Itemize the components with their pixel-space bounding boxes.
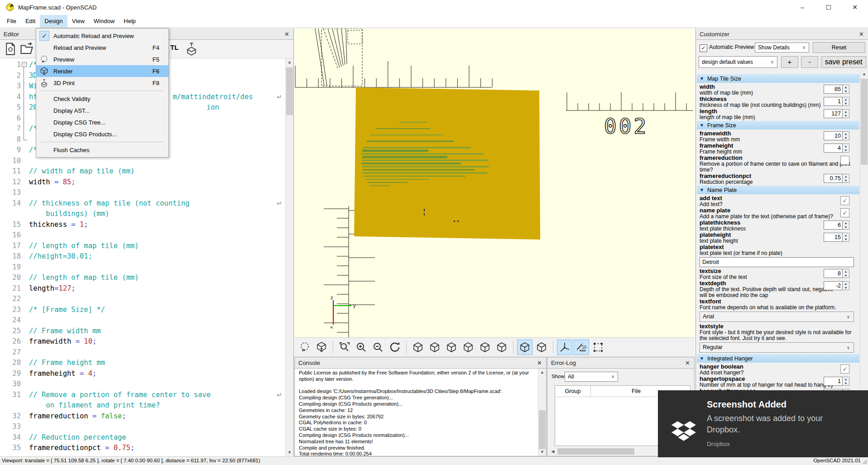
console-scrollbar[interactable]: ▲ ▼ <box>538 369 546 456</box>
menu-item-flush-caches[interactable]: Flush Caches <box>36 144 168 156</box>
console-output[interactable]: Public License as published by the Free … <box>295 369 538 455</box>
frameheight-spinner[interactable]: 4▲▼ <box>824 144 849 153</box>
hangertopspace-spinner[interactable]: 1▲▼ <box>824 377 849 386</box>
minimize-button[interactable]: – <box>789 0 815 15</box>
dropbox-notification[interactable]: Screenshot Added A screenshot was added … <box>658 390 868 457</box>
zoom-all-button[interactable] <box>337 340 352 355</box>
add-text-checkbox[interactable]: ✓ <box>840 196 849 205</box>
preset-dropdown[interactable]: design default values∨ <box>699 56 777 68</box>
section-header-map-tile-size[interactable]: ▼Map Tile Size <box>697 74 859 83</box>
preview-button[interactable] <box>297 340 312 355</box>
menu-item-automatic-reload-and-preview[interactable]: ✓Automatic Reload and Preview <box>36 30 168 42</box>
framewidth-spinner[interactable]: 10▲▼ <box>824 131 849 140</box>
menu-item-check-validity[interactable]: Check Validity <box>36 93 168 105</box>
length-spinner[interactable]: 127▲▼ <box>824 109 849 118</box>
editor-scroll-thumb[interactable] <box>286 67 293 115</box>
print-3d-icon[interactable] <box>185 42 198 56</box>
error-filter-dropdown[interactable]: All∨ <box>565 372 618 382</box>
editor-scrollbar[interactable]: ▲ ▼ <box>285 58 293 456</box>
textsize-spinner[interactable]: 8▲▼ <box>824 269 849 278</box>
hscroll-thumb[interactable] <box>557 448 634 455</box>
menu-help[interactable]: Help <box>119 15 140 28</box>
section-header-name-plate[interactable]: ▼Name Plate <box>697 186 859 194</box>
show-details-dropdown[interactable]: Show Details∨ <box>755 43 809 53</box>
show-axes-button[interactable] <box>557 340 572 355</box>
render-button[interactable] <box>314 340 329 355</box>
fold-guide-end <box>24 140 27 140</box>
scroll-down-icon[interactable]: ▼ <box>538 448 546 456</box>
menu-window[interactable]: Window <box>89 15 119 28</box>
menu-design[interactable]: Design <box>40 15 67 28</box>
remove-preset-button[interactable]: - <box>801 56 818 68</box>
resize-grip[interactable] <box>863 460 867 464</box>
close-button[interactable]: ✕ <box>842 0 868 15</box>
scroll-up-icon[interactable]: ▲ <box>286 58 293 66</box>
menu-item-preview[interactable]: PreviewF5 <box>36 53 168 65</box>
view-bottom-button[interactable] <box>444 340 459 355</box>
orthographic-button[interactable] <box>534 340 549 355</box>
textstyle-dropdown[interactable]: Regular∨ <box>700 342 854 353</box>
textdepth-spinner[interactable]: -2▲▼ <box>824 281 849 290</box>
section-header-integrated-hanger[interactable]: ▼Integrated Hanger <box>697 354 859 363</box>
console-title-bar: Console ✕ <box>295 357 546 369</box>
menu-edit[interactable]: Edit <box>21 15 40 28</box>
maximize-button[interactable]: ☐ <box>815 0 842 15</box>
platetext-input[interactable] <box>700 257 854 267</box>
menu-item-display-csg-products-[interactable]: Display CSG Products... <box>36 128 168 140</box>
menu-item-3d-print[interactable]: 3D PrintF8 <box>36 77 168 89</box>
perspective-button[interactable] <box>517 340 532 355</box>
automatic-preview-checkbox[interactable]: ✓ <box>700 44 707 52</box>
export-stl-icon[interactable]: TL <box>170 43 178 51</box>
reset-view-button[interactable] <box>387 340 403 355</box>
add-preset-button[interactable]: + <box>781 56 798 68</box>
zoom-in-button[interactable] <box>354 340 369 355</box>
menu-view[interactable]: View <box>67 15 89 28</box>
view-front-button[interactable] <box>477 340 493 355</box>
console-line: CGAL cache size in bytes: 0 <box>299 426 538 432</box>
view-back-button[interactable] <box>494 340 509 355</box>
framereduction-checkbox[interactable] <box>840 156 849 165</box>
zoom-out-button[interactable] <box>370 340 386 355</box>
plateheight-spinner[interactable]: 15▲▼ <box>824 233 849 242</box>
scroll-up-icon[interactable]: ▲ <box>860 70 868 78</box>
scroll-left-icon[interactable]: ◀ <box>549 448 556 455</box>
menu-file[interactable]: File <box>2 15 21 28</box>
menu-item-display-csg-tree-[interactable]: Display CSG Tree... <box>36 116 168 128</box>
section-header-frame-size[interactable]: ▼Frame Size <box>697 121 859 129</box>
open-file-icon[interactable] <box>20 42 34 56</box>
view-right-button[interactable] <box>410 340 426 355</box>
collapse-triangle-icon: ▼ <box>700 76 704 81</box>
new-file-icon[interactable] <box>4 42 17 56</box>
customizer-scroll-thumb[interactable] <box>861 79 868 165</box>
menu-item-render[interactable]: RenderF6 <box>36 65 168 77</box>
customizer-close-icon[interactable]: ✕ <box>859 29 864 40</box>
view-top-button[interactable] <box>427 340 442 355</box>
menu-item-display-ast-[interactable]: Display AST... <box>36 105 168 116</box>
console-close-icon[interactable]: ✕ <box>537 357 542 369</box>
editor-close-icon[interactable]: ✕ <box>284 29 289 40</box>
param-framereductionpct: framereductionpctReduction percentage0.7… <box>696 173 860 185</box>
param-add-text: add textAdd text?✓ <box>696 195 860 207</box>
scroll-up-icon[interactable]: ▲ <box>538 369 546 376</box>
console-title: Console <box>298 360 320 366</box>
error-log-close-icon[interactable]: ✕ <box>685 357 690 369</box>
hanger-boolean-checkbox[interactable]: ✓ <box>840 364 849 374</box>
view-all-button[interactable] <box>590 340 606 355</box>
fold-toggle-icon[interactable] <box>22 62 27 67</box>
menu-item-reload-and-preview[interactable]: Reload and PreviewF4 <box>36 42 168 53</box>
scroll-down-icon[interactable]: ▼ <box>286 449 293 456</box>
3d-viewport[interactable]: 002 z y × <box>294 29 695 337</box>
textfont-dropdown[interactable]: Arial∨ <box>700 312 854 322</box>
console-scroll-thumb[interactable] <box>539 410 546 449</box>
reset-button[interactable]: Reset <box>813 42 865 53</box>
column-header-group[interactable]: Group <box>555 386 591 397</box>
show-scale-markers-button[interactable] <box>574 340 589 355</box>
thickness-spinner[interactable]: 1▲▼ <box>824 97 849 106</box>
param-textstyle: textstyleFont style - but it might be yo… <box>696 323 860 353</box>
name-plate-checkbox[interactable]: ✓ <box>840 208 849 217</box>
save-preset-button[interactable]: save preset <box>821 56 866 68</box>
view-left-button[interactable] <box>460 340 476 355</box>
width-spinner[interactable]: 85▲▼ <box>824 85 849 94</box>
platethickness-spinner[interactable]: 6▲▼ <box>824 221 849 230</box>
framereductionpct-spinner[interactable]: 0.75▲▼ <box>824 174 849 183</box>
